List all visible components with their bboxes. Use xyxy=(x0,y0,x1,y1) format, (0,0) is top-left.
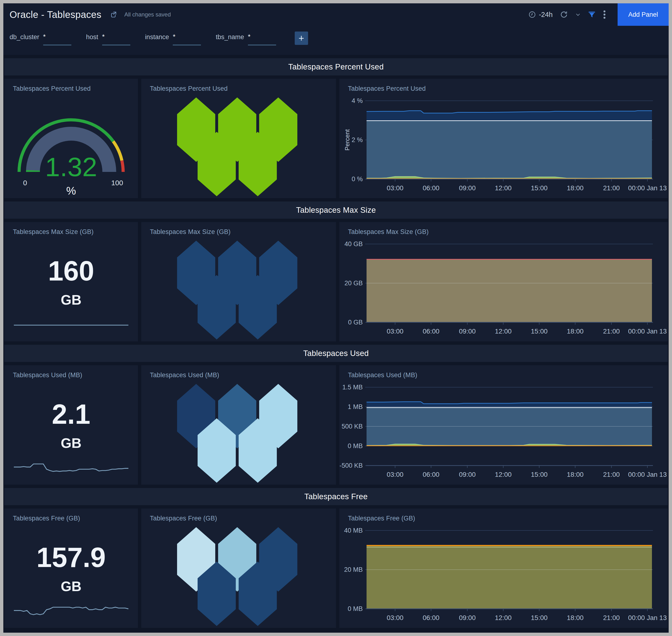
dashboard-body: Tablespaces Percent Used Tablespaces Per… xyxy=(3,58,669,632)
sparkline xyxy=(13,601,129,620)
svg-text:03:00: 03:00 xyxy=(387,471,404,478)
panel-title: Tablespaces Used (MB) xyxy=(13,372,82,379)
share-icon[interactable] xyxy=(109,11,117,18)
panel-used-timeseries: Tablespaces Used (MB) 1.5 MB1 MB500 KB0 … xyxy=(339,365,668,485)
save-status: All changes saved xyxy=(124,11,171,18)
svg-text:0 GB: 0 GB xyxy=(348,319,363,326)
svg-text:03:00: 03:00 xyxy=(387,614,404,621)
honeycomb-chart xyxy=(141,509,336,628)
filter-value-input[interactable]: * xyxy=(43,33,72,45)
svg-text:15:00: 15:00 xyxy=(531,327,548,335)
panel-percent-used-gauge: Tablespaces Percent Used 1.320100% xyxy=(4,79,138,198)
honeycomb-chart xyxy=(141,365,336,485)
svg-text:Percent: Percent xyxy=(344,129,351,151)
time-range-control[interactable]: -24h xyxy=(528,11,553,19)
stat-value: 157.9 xyxy=(4,541,138,573)
panel-used-stat: Tablespaces Used (MB) 2.1 GB xyxy=(4,365,138,485)
filter-host[interactable]: host * xyxy=(86,33,130,45)
timeseries-chart: 40 GB20 GB0 GB03:0006:0009:0012:0015:001… xyxy=(339,222,668,341)
svg-text:21:00: 21:00 xyxy=(603,184,620,192)
svg-text:06:00: 06:00 xyxy=(423,184,439,192)
filter-label: db_cluster xyxy=(9,33,39,41)
filter-label: tbs_name xyxy=(216,33,244,41)
filter-button[interactable] xyxy=(588,11,596,18)
svg-text:0 MB: 0 MB xyxy=(348,442,363,450)
svg-text:2 %: 2 % xyxy=(351,136,363,143)
panel-free-honeycomb: Tablespaces Free (GB) xyxy=(141,509,336,628)
panel-row: Tablespaces Used (MB) 2.1 GB Tablespaces… xyxy=(4,365,668,485)
svg-text:100: 100 xyxy=(111,179,123,187)
svg-text:03:00: 03:00 xyxy=(387,327,404,335)
svg-text:20 MB: 20 MB xyxy=(344,566,363,573)
svg-text:40 GB: 40 GB xyxy=(344,240,363,247)
section-header-percent-used: Tablespaces Percent Used xyxy=(4,58,668,76)
svg-text:0 MB: 0 MB xyxy=(348,605,363,612)
svg-text:00:00 Jan 13: 00:00 Jan 13 xyxy=(628,471,667,478)
panel-title: Tablespaces Free (GB) xyxy=(13,515,80,522)
filter-value-input[interactable]: * xyxy=(173,33,201,45)
time-range-label: -24h xyxy=(539,11,553,19)
svg-text:12:00: 12:00 xyxy=(495,327,512,335)
svg-text:4 %: 4 % xyxy=(351,97,363,104)
timeseries-chart: 40 MB20 MB0 MB03:0006:0009:0012:0015:001… xyxy=(339,509,668,628)
filter-tbs_name[interactable]: tbs_name * xyxy=(216,33,276,45)
refresh-button[interactable] xyxy=(560,11,568,19)
stat-unit: GB xyxy=(4,292,138,308)
svg-text:20 GB: 20 GB xyxy=(344,280,363,287)
panel-title: Tablespaces Max Size (GB) xyxy=(13,228,94,236)
svg-text:03:00: 03:00 xyxy=(387,184,404,192)
honeycomb-chart xyxy=(141,222,336,341)
gauge-chart: 1.320100% xyxy=(4,86,138,196)
svg-text:1.32: 1.32 xyxy=(45,152,97,182)
svg-text:09:00: 09:00 xyxy=(459,614,475,621)
panel-percent-used-timeseries: Tablespaces Percent Used 4 %2 %0 %03:000… xyxy=(339,79,668,198)
honeycomb-chart xyxy=(141,79,336,198)
funnel-icon xyxy=(588,11,596,18)
timeseries-chart: 4 %2 %0 %03:0006:0009:0012:0015:0018:002… xyxy=(339,79,668,198)
filter-db_cluster[interactable]: db_cluster * xyxy=(9,33,72,45)
svg-text:15:00: 15:00 xyxy=(531,471,548,478)
header-controls: -24h xyxy=(528,3,669,26)
sparkline xyxy=(13,315,129,333)
timeseries-chart: 1.5 MB1 MB500 KB0 MB-500 KB03:0006:0009:… xyxy=(339,365,668,485)
section-title: Tablespaces Used xyxy=(303,349,369,358)
filter-label: instance xyxy=(145,33,169,41)
add-filter-button[interactable]: + xyxy=(295,32,308,45)
stat-value: 2.1 xyxy=(4,398,138,430)
chevron-down-icon[interactable] xyxy=(575,12,581,17)
dashboard-page: Oracle - Tablespaces All changes saved -… xyxy=(3,3,669,633)
svg-text:21:00: 21:00 xyxy=(603,614,620,621)
stat-unit: GB xyxy=(4,578,138,594)
panel-percent-used-honeycomb: Tablespaces Percent Used xyxy=(141,79,336,198)
svg-text:0: 0 xyxy=(23,179,27,187)
filter-value-input[interactable]: * xyxy=(248,33,276,45)
panel-row: Tablespaces Free (GB) 157.9 GB Tablespac… xyxy=(4,509,668,628)
stat-value: 160 xyxy=(4,255,138,287)
svg-text:09:00: 09:00 xyxy=(459,184,475,192)
window-frame: Oracle - Tablespaces All changes saved -… xyxy=(0,0,672,636)
section-header-used: Tablespaces Used xyxy=(4,345,668,362)
kebab-menu-button[interactable] xyxy=(603,10,606,19)
svg-text:18:00: 18:00 xyxy=(567,184,584,192)
svg-text:1 MB: 1 MB xyxy=(348,403,363,411)
add-panel-button[interactable]: Add Panel xyxy=(617,3,669,26)
section-title: Tablespaces Free xyxy=(304,492,367,501)
section-header-max-size: Tablespaces Max Size xyxy=(4,201,668,219)
panel-row: Tablespaces Percent Used 1.320100% Table… xyxy=(4,79,668,198)
filter-value-input[interactable]: * xyxy=(102,33,130,45)
svg-text:12:00: 12:00 xyxy=(495,471,512,478)
panel-free-timeseries: Tablespaces Free (GB) 40 MB20 MB0 MB03:0… xyxy=(339,509,668,628)
svg-text:15:00: 15:00 xyxy=(531,184,548,192)
panel-max-size-stat: Tablespaces Max Size (GB) 160 GB xyxy=(4,222,138,341)
clock-icon xyxy=(528,11,536,18)
svg-text:12:00: 12:00 xyxy=(495,614,512,621)
sparkline xyxy=(13,458,129,477)
panel-free-stat: Tablespaces Free (GB) 157.9 GB xyxy=(4,509,138,628)
filter-instance[interactable]: instance * xyxy=(145,33,201,45)
svg-text:09:00: 09:00 xyxy=(459,327,475,335)
svg-text:0 %: 0 % xyxy=(351,176,363,183)
panel-row: Tablespaces Max Size (GB) 160 GB Tablesp… xyxy=(4,222,668,341)
svg-text:18:00: 18:00 xyxy=(567,327,584,335)
section-title: Tablespaces Max Size xyxy=(296,205,376,215)
svg-text:15:00: 15:00 xyxy=(531,614,548,621)
